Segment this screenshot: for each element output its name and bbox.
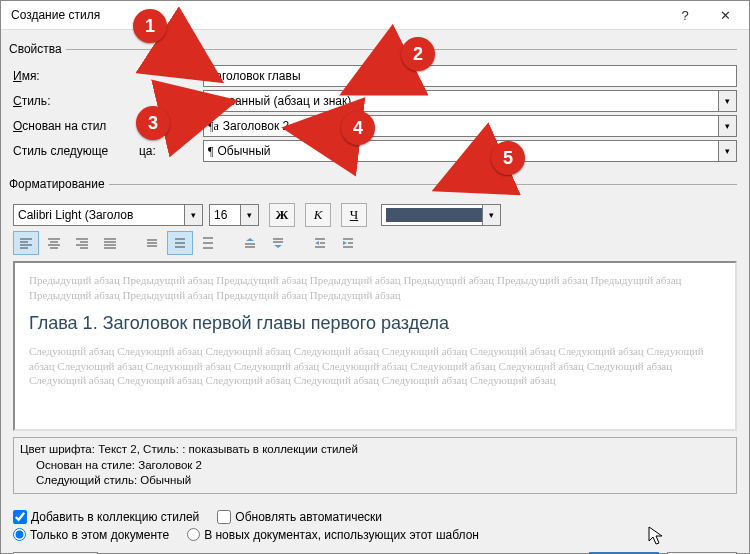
new-docs-input[interactable] [187,528,200,541]
new-docs-radio[interactable]: В новых документах, использующих этот ша… [187,528,479,542]
name-label: Имя: [13,69,203,83]
callout-3: 3 [136,106,170,140]
spacing-before-inc-button[interactable] [237,231,263,255]
window-title: Создание стиля [11,8,665,22]
align-right-button[interactable] [69,231,95,255]
style-preview: Предыдущий абзац Предыдущий абзац Предыд… [13,261,737,431]
italic-button[interactable]: К [305,203,331,227]
paragraph-icon: ¶ [208,144,213,159]
chevron-down-icon: ▾ [718,116,736,136]
titlebar: Создание стиля ? ✕ [1,1,749,30]
indent-increase-button[interactable] [307,231,333,255]
align-left-button[interactable] [13,231,39,255]
summary-line-1: Цвет шрифта: Текст 2, Стиль: : показыват… [20,442,730,458]
para-spacing-group [237,231,291,255]
based-on-label: Основан на стил [13,119,203,133]
font-size-select[interactable]: 16 ▾ [209,204,259,226]
help-button[interactable]: ? [665,1,705,29]
formatting-section: Форматирование Calibri Light (Заголов ▾ … [13,177,737,498]
chevron-down-icon: ▾ [718,141,736,161]
line-spacing-2-button[interactable] [195,231,221,255]
underline-button[interactable]: Ч [341,203,367,227]
summary-line-2: Основан на стиле: Заголовок 2 [20,458,730,474]
chevron-down-icon: ▾ [240,205,258,225]
font-size-value: 16 [214,208,227,222]
font-family-select[interactable]: Calibri Light (Заголов ▾ [13,204,203,226]
spacing-before-dec-button[interactable] [265,231,291,255]
callout-2: 2 [401,37,435,71]
formatting-legend: Форматирование [9,177,109,191]
add-to-gallery-checkbox[interactable]: Добавить в коллекцию стилей [13,510,199,524]
style-type-label: Стиль: [13,94,203,108]
font-color-select[interactable]: ▾ [381,204,501,226]
chevron-down-icon: ▾ [184,205,202,225]
auto-update-checkbox[interactable]: Обновлять автоматически [217,510,382,524]
chevron-down-icon: ▾ [718,91,736,111]
add-to-gallery-input[interactable] [13,510,27,524]
preview-prev-text: Предыдущий абзац Предыдущий абзац Предыд… [29,273,721,303]
callout-4: 4 [341,111,375,145]
alignment-group [13,231,123,255]
bold-button[interactable]: Ж [269,203,295,227]
style-type-value: Связанный (абзац и знак) [208,94,351,108]
preview-next-text: Следующий абзац Следующий абзац Следующи… [29,344,721,389]
callout-1: 1 [133,9,167,43]
callout-5: 5 [491,141,525,175]
based-on-value: Заголовок 2 [223,119,289,133]
based-on-select[interactable]: ¶a Заголовок 2 ▾ [203,115,737,137]
cursor-icon [648,526,664,550]
auto-update-input[interactable] [217,510,231,524]
color-swatch [386,208,496,222]
paragraph-icon: ¶a [208,119,219,134]
create-style-dialog: Создание стиля ? ✕ Свойства Имя: Стиль: … [0,0,750,554]
font-family-value: Calibri Light (Заголов [18,208,133,222]
only-this-doc-input[interactable] [13,528,26,541]
indent-group [307,231,361,255]
align-center-button[interactable] [41,231,67,255]
line-spacing-1-button[interactable] [139,231,165,255]
align-justify-button[interactable] [97,231,123,255]
next-style-value: Обычный [217,144,270,158]
close-button[interactable]: ✕ [705,1,745,29]
next-style-select[interactable]: ¶ Обычный ▾ [203,140,737,162]
properties-section: Свойства Имя: Стиль: Связанный (абзац и … [13,42,737,169]
summary-line-3: Следующий стиль: Обычный [20,473,730,489]
properties-legend: Свойства [9,42,66,56]
line-spacing-1_5-button[interactable] [167,231,193,255]
style-summary: Цвет шрифта: Текст 2, Стиль: : показыват… [13,437,737,494]
next-style-label: Стиль следующе XXX ца: [13,144,203,158]
only-this-doc-radio[interactable]: Только в этом документе [13,528,169,542]
name-input[interactable] [203,65,737,87]
line-spacing-group [139,231,221,255]
preview-sample-text: Глава 1. Заголовок первой главы первого … [29,313,721,334]
chevron-down-icon: ▾ [482,205,500,225]
style-type-select[interactable]: Связанный (абзац и знак) ▾ [203,90,737,112]
indent-decrease-button[interactable] [335,231,361,255]
